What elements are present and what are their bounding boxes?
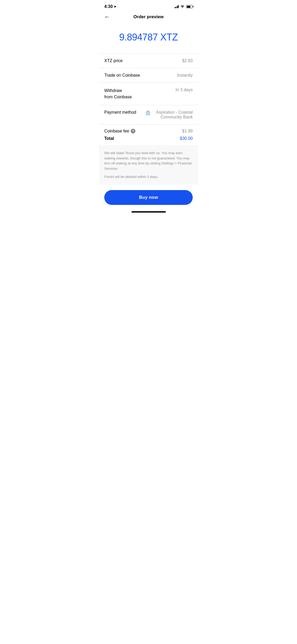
buy-now-button[interactable]: Buy now — [104, 190, 193, 205]
trade-value: Instantly — [177, 73, 193, 78]
buy-section: Buy now — [99, 185, 198, 209]
svg-rect-4 — [149, 113, 150, 114]
bank-name: Aspiration - Coastal Community Bank — [153, 110, 193, 119]
svg-rect-1 — [146, 113, 147, 114]
trade-row: Trade on Coinbase Instantly — [99, 68, 198, 83]
svg-rect-5 — [146, 114, 150, 115]
bank-icon — [145, 110, 151, 116]
funds-disclaimer: Funds will be debited within 3 days. — [104, 174, 193, 180]
payment-method-row: Payment method Aspiration - Coastal Comm… — [99, 105, 198, 125]
order-details: XTZ price $2.83 Trade on Coinbase Instan… — [99, 54, 198, 125]
fee-section: Coinbase fee ? $1.99 Total $30.00 — [99, 125, 198, 145]
signal-icon — [175, 5, 179, 8]
amount-section: 9.894787 XTZ — [99, 24, 198, 53]
staking-disclaimer: We will stake Tezos you hold with us. Yo… — [104, 150, 193, 171]
svg-rect-3 — [148, 113, 149, 114]
fee-help-button[interactable]: ? — [131, 129, 135, 134]
withdraw-label: Withdrawfrom Coinbase — [104, 88, 132, 100]
wifi-icon — [180, 5, 185, 9]
svg-rect-0 — [146, 112, 150, 113]
total-label: Total — [104, 136, 114, 141]
disclaimer-section: We will stake Tezos you hold with us. Yo… — [99, 145, 198, 185]
total-value: $30.00 — [180, 136, 193, 141]
status-bar: 4:30 ➤ — [99, 0, 198, 12]
time-display: 4:30 — [104, 4, 113, 9]
withdraw-row: Withdrawfrom Coinbase In 3 days — [99, 83, 198, 105]
crypto-amount: 9.894787 XTZ — [104, 32, 193, 43]
fee-row: Coinbase fee ? $1.99 — [104, 129, 193, 134]
fee-value: $1.99 — [182, 129, 193, 134]
fee-label: Coinbase fee ? — [104, 129, 135, 134]
battery-icon — [186, 5, 193, 8]
home-bar — [131, 211, 166, 213]
withdraw-value: In 3 days — [176, 88, 193, 92]
fee-label-text: Coinbase fee — [104, 129, 129, 134]
total-row: Total $30.00 — [104, 136, 193, 141]
header: ← Order preview — [99, 12, 198, 24]
payment-method-value: Aspiration - Coastal Community Bank — [145, 110, 193, 119]
page-title: Order preview — [133, 14, 163, 20]
trade-label: Trade on Coinbase — [104, 73, 140, 78]
back-button[interactable]: ← — [104, 14, 110, 20]
status-icons — [175, 5, 193, 9]
svg-rect-2 — [147, 113, 148, 114]
xtz-price-value: $2.83 — [182, 58, 193, 63]
status-time: 4:30 ➤ — [104, 4, 116, 9]
payment-method-label: Payment method — [104, 110, 136, 115]
xtz-price-label: XTZ price — [104, 58, 122, 63]
home-indicator — [99, 209, 198, 215]
location-icon: ➤ — [114, 5, 116, 8]
xtz-price-row: XTZ price $2.83 — [99, 54, 198, 68]
